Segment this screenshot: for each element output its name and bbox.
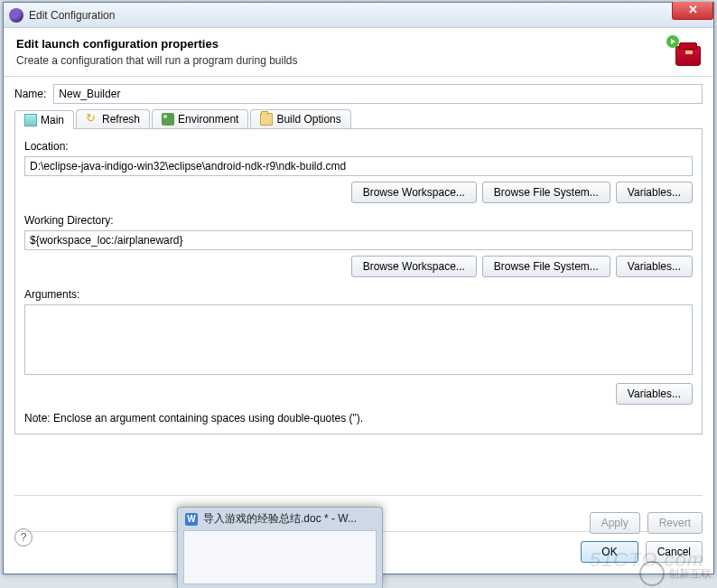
revert-button[interactable]: Revert — [647, 512, 703, 534]
folder-icon — [260, 113, 273, 126]
cancel-button[interactable]: Cancel — [646, 541, 703, 563]
tab-bar: Main Refresh Environment Build Options — [14, 109, 703, 129]
toolbox-icon — [675, 46, 701, 66]
tab-build-options[interactable]: Build Options — [250, 109, 350, 128]
taskbar-preview-title: 导入游戏的经验总结.doc * - W... — [203, 511, 357, 527]
location-browse-workspace-button[interactable]: Browse Workspace... — [351, 182, 477, 203]
location-input[interactable] — [24, 156, 693, 176]
name-input[interactable] — [53, 84, 703, 104]
header-title: Edit launch configuration properties — [16, 37, 701, 51]
dialog-window: Edit Configuration ✕ Edit launch configu… — [3, 2, 714, 574]
main-tab-icon — [24, 114, 37, 126]
environment-icon — [162, 113, 174, 126]
location-browse-filesystem-button[interactable]: Browse File System... — [482, 182, 610, 203]
help-button[interactable]: ? — [14, 528, 33, 546]
workdir-browse-workspace-button[interactable]: Browse Workspace... — [351, 256, 477, 277]
name-label: Name: — [14, 88, 46, 100]
arguments-note: Note: Enclose an argument containing spa… — [24, 412, 693, 425]
tab-environment-label: Environment — [178, 113, 238, 126]
eclipse-icon — [9, 8, 23, 23]
location-variables-button[interactable]: Variables... — [616, 182, 693, 203]
apply-button[interactable]: Apply — [590, 512, 640, 534]
titlebar[interactable]: Edit Configuration ✕ — [4, 3, 713, 28]
close-button[interactable]: ✕ — [672, 2, 713, 20]
arguments-label: Arguments: — [24, 288, 693, 301]
workdir-browse-filesystem-button[interactable]: Browse File System... — [482, 256, 610, 277]
ok-button[interactable]: OK — [581, 541, 638, 563]
taskbar-preview-thumbnail — [183, 530, 377, 584]
tab-environment[interactable]: Environment — [152, 109, 248, 128]
tab-refresh-label: Refresh — [102, 113, 140, 126]
dialog-header: Edit launch configuration properties Cre… — [4, 28, 713, 77]
tab-refresh[interactable]: Refresh — [76, 109, 150, 128]
workdir-label: Working Directory: — [24, 214, 693, 227]
tab-main[interactable]: Main — [14, 110, 74, 129]
window-title: Edit Configuration — [29, 9, 115, 22]
separator — [14, 495, 703, 496]
header-subtitle: Create a configuration that will run a p… — [16, 54, 701, 67]
header-icon — [663, 35, 701, 66]
dialog-content: Name: Main Refresh Environment Build Opt… — [4, 77, 713, 445]
workdir-variables-button[interactable]: Variables... — [616, 256, 693, 277]
workdir-input[interactable] — [24, 230, 693, 250]
location-label: Location: — [24, 140, 693, 153]
tab-main-label: Main — [41, 114, 64, 126]
arguments-input[interactable] — [24, 304, 693, 375]
taskbar-preview[interactable]: W 导入游戏的经验总结.doc * - W... — [177, 507, 383, 588]
tab-build-options-label: Build Options — [276, 113, 340, 126]
arguments-variables-button[interactable]: Variables... — [616, 383, 693, 405]
refresh-icon — [86, 113, 98, 126]
tab-main-panel: Location: Browse Workspace... Browse Fil… — [14, 129, 703, 434]
wps-icon: W — [185, 513, 198, 526]
